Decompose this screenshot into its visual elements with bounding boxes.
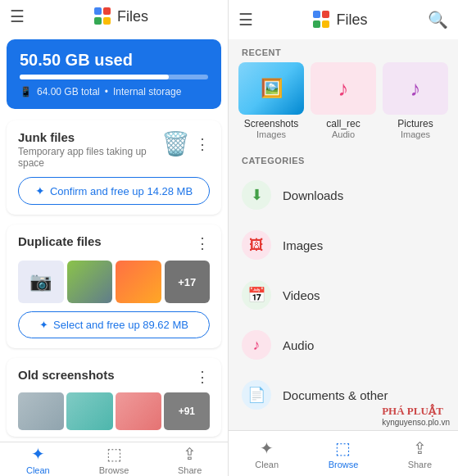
right-app-logo [313,11,331,29]
duplicate-menu-icon[interactable]: ⋮ [195,234,210,252]
clean-label-left: Clean [26,465,50,475]
old-thumb-3 [116,392,161,430]
app-title-right: Files [336,11,367,29]
cat-item-audio[interactable]: ♪ Audio [229,320,458,370]
recent-row: 🖼️ Screenshots Images ♪ call_rec Audio ♪… [229,62,458,147]
nav-browse-left[interactable]: ⬚ Browse [76,442,152,476]
right-header: ☰ Files 🔍 [229,0,458,39]
nav-share-left[interactable]: ⇪ Share [152,442,228,476]
logo-red [103,7,111,15]
recent-thumb-screenshots: 🖼️ [238,62,304,115]
select-free-label: Select and free up 89.62 MB [53,319,188,331]
recent-thumb-callrec: ♪ [311,62,376,115]
downloads-icon-wrap: ⬇ [242,180,271,210]
old-screenshots-header: Old screenshots ⋮ [18,368,210,386]
old-screenshots-thumbs-row: +91 [18,392,210,430]
app-logo [94,7,112,25]
storage-location: Internal storage [113,86,181,97]
junk-menu-icon[interactable]: ⋮ [195,135,210,153]
duplicate-header: Duplicate files ⋮ [18,234,210,252]
logo-blue [94,7,102,15]
right-logo-yellow [322,20,329,28]
cat-label-downloads: Downloads [283,188,343,202]
cat-label-documents: Documents & other [283,388,388,402]
documents-icon: 📄 [247,386,265,404]
left-header-title: Files [25,7,218,25]
clean-label-right: Clean [255,460,279,469]
recent-item-pictures[interactable]: ♪ Pictures Images [383,62,448,139]
duplicate-thumb-1: 📷 [18,261,64,303]
nav-browse-right[interactable]: ⬚ Browse [305,431,381,476]
cat-item-videos[interactable]: 📅 Videos [229,270,458,320]
share-label-left: Share [178,465,202,475]
storage-used: 50.50 GB used [20,51,208,70]
cat-item-documents[interactable]: 📄 Documents & other [229,370,458,420]
browse-label-right: Browse [329,460,359,469]
cat-label-videos: Videos [283,288,320,302]
recent-label: RECENT [229,39,458,62]
share-label-right: Share [408,460,432,469]
duplicate-thumb-2 [67,261,113,303]
duplicate-thumb-count: +17 [165,261,211,303]
browse-icon-right: ⬚ [335,438,351,458]
documents-icon-wrap: 📄 [242,380,271,410]
recent-name-screenshots: Screenshots [244,118,299,129]
sparkle-icon: ✦ [35,184,45,197]
storage-device-icon: 📱 [20,86,32,97]
recent-name-pictures: Pictures [397,118,433,129]
junk-header-text: Junk files Temporary app files taking up… [18,130,161,169]
recent-item-callrec[interactable]: ♪ call_rec Audio [311,62,376,139]
clean-icon-left: ✦ [31,444,45,464]
junk-right: 🗑️ ⋮ [161,130,210,157]
storage-bar-bg [20,75,208,79]
recent-thumb-pictures: ♪ [383,62,448,115]
share-icon-left: ⇪ [183,444,197,464]
old-screenshots-card: Old screenshots ⋮ +91 [7,358,221,437]
junk-icon: 🗑️ [161,130,190,157]
junk-files-card: Junk files Temporary app files taking up… [7,120,221,215]
music-icon: ♪ [338,76,349,102]
logo-green [94,17,102,25]
audio-icon-wrap: ♪ [242,330,271,360]
menu-icon[interactable]: ☰ [10,7,25,26]
cat-item-apps[interactable]: 📦 Apps [229,420,458,430]
junk-header: Junk files Temporary app files taking up… [18,130,210,169]
recent-name-callrec: call_rec [326,118,360,129]
confirm-free-button[interactable]: ✦ Confirm and free up 14.28 MB [18,177,210,205]
images-icon: 🖼 [249,237,264,254]
cat-item-images[interactable]: 🖼 Images [229,220,458,270]
old-screenshots-menu-icon[interactable]: ⋮ [195,368,210,386]
junk-title: Junk files [18,130,161,144]
videos-icon: 📅 [247,286,265,304]
cat-label-audio: Audio [283,338,314,352]
recent-type-callrec: Audio [332,129,355,139]
images-icon-wrap: 🖼 [242,230,271,260]
select-free-button[interactable]: ✦ Select and free up 89.62 MB [18,311,210,338]
recent-type-pictures: Images [401,129,430,139]
duplicate-files-card: Duplicate files ⋮ 📷 +17 ✦ Select and fre… [7,224,221,348]
nav-clean-left[interactable]: ✦ Clean [0,442,76,476]
left-panel: ☰ Files 50.50 GB used 📱 64.00 GB total •… [0,0,229,476]
right-menu-icon[interactable]: ☰ [238,10,253,29]
old-thumb-1 [18,392,64,430]
left-header: ☰ Files [0,0,228,33]
nav-clean-right[interactable]: ✦ Clean [229,431,305,476]
sparkle-icon-2: ✦ [39,319,48,331]
cat-label-images: Images [283,238,323,252]
right-bottom-nav: ✦ Clean ⬚ Browse ⇪ Share [229,430,458,476]
share-icon-right: ⇪ [413,438,427,458]
confirm-free-label: Confirm and free up 14.28 MB [50,185,193,197]
music-icon-2: ♪ [410,76,421,102]
videos-icon-wrap: 📅 [242,280,271,310]
old-thumb-2 [66,392,112,430]
duplicate-thumbs-row: 📷 +17 [18,261,210,303]
cat-item-downloads[interactable]: ⬇ Downloads [229,170,458,220]
nav-share-right[interactable]: ⇪ Share [382,431,458,476]
right-logo-blue [313,11,320,18]
storage-bar-fill [20,75,169,79]
recent-item-screenshots[interactable]: 🖼️ Screenshots Images [238,62,304,139]
right-logo-red [322,11,329,18]
left-bottom-nav: ✦ Clean ⬚ Browse ⇪ Share [0,442,228,476]
search-icon[interactable]: 🔍 [428,10,448,29]
audio-icon: ♪ [253,337,261,354]
